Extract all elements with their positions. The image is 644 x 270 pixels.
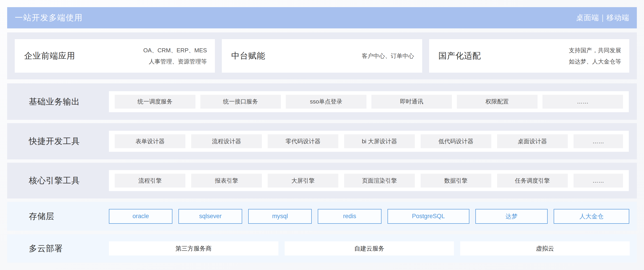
app-card-desc: OA、CRM、ERP、MES 人事管理、资源管理等 bbox=[143, 45, 207, 67]
cloud-deploy-item: 自建云服务 bbox=[285, 242, 454, 256]
app-card-desc: 客户中心、订单中心 bbox=[362, 50, 414, 62]
storage-row: 存储层 oraclesqlsevermysqlredisPostgreSQL达梦… bbox=[7, 202, 637, 231]
cloud-deploy-item: 第三方服务商 bbox=[109, 242, 278, 256]
app-card-desc-line: 支持国产，共同发展 bbox=[569, 45, 621, 56]
engine-chip: 大屏引擎 bbox=[268, 174, 338, 188]
header-banner: 一站开发多端使用 桌面端｜移动端 bbox=[7, 7, 637, 28]
basic-services-label: 基础业务输出 bbox=[7, 96, 109, 107]
tool-chip: 表单设计器 bbox=[115, 134, 185, 148]
storage-database-item: sqlsever bbox=[178, 209, 242, 224]
cloud-label: 多云部署 bbox=[7, 243, 109, 254]
tool-chip: 流程设计器 bbox=[191, 134, 262, 148]
app-card-midplatform: 中台赋能 客户中心、订单中心 bbox=[222, 39, 422, 73]
dev-tools-label: 快捷开发工具 bbox=[7, 136, 109, 147]
engines-row: 核心引擎工具 流程引擎报表引擎大屏引擎页面渲染引擎数据引擎任务调度引擎…… bbox=[7, 163, 637, 198]
service-chip: …… bbox=[542, 95, 623, 109]
dev-tools-panel: 表单设计器流程设计器零代码设计器bi 大屏设计器低代码设计器桌面设计器…… bbox=[109, 131, 629, 152]
app-card-desc: 支持国产，共同发展 如达梦、人大金仓等 bbox=[569, 45, 621, 67]
storage-label: 存储层 bbox=[7, 211, 109, 222]
storage-database-item: oracle bbox=[109, 209, 172, 224]
cloud-list: 第三方服务商自建云服务虚拟云 bbox=[109, 242, 630, 256]
app-card-desc-line: 客户中心、订单中心 bbox=[362, 50, 414, 62]
engine-chip: 数据引擎 bbox=[420, 174, 491, 188]
engine-chip: 任务调度引擎 bbox=[497, 174, 568, 188]
tool-chip: 桌面设计器 bbox=[497, 134, 568, 148]
app-card-frontend: 企业前端应用 OA、CRM、ERP、MES 人事管理、资源管理等 bbox=[15, 39, 215, 73]
tool-chip: bi 大屏设计器 bbox=[344, 134, 415, 148]
cloud-row: 多云部署 第三方服务商自建云服务虚拟云 bbox=[7, 234, 637, 262]
engines-label: 核心引擎工具 bbox=[7, 175, 109, 186]
tool-chip: …… bbox=[574, 134, 623, 148]
basic-services-row: 基础业务输出 统一调度服务统一接口服务sso单点登录即时通讯权限配置…… bbox=[7, 83, 637, 120]
apps-row: 企业前端应用 OA、CRM、ERP、MES 人事管理、资源管理等 中台赋能 客户… bbox=[7, 32, 637, 79]
storage-database-item: mysql bbox=[248, 209, 312, 224]
storage-database-item: 达梦 bbox=[476, 209, 548, 224]
app-card-desc-line: 人事管理、资源管理等 bbox=[143, 56, 207, 67]
engine-chip: 页面渲染引擎 bbox=[344, 174, 415, 188]
engine-chip: 报表引擎 bbox=[191, 174, 262, 188]
banner-platforms-label: 桌面端｜移动端 bbox=[576, 13, 629, 23]
banner-title: 一站开发多端使用 bbox=[15, 12, 83, 23]
app-card-localization: 国产化适配 支持国产，共同发展 如达梦、人大金仓等 bbox=[429, 39, 629, 73]
app-card-title: 中台赋能 bbox=[231, 50, 265, 62]
storage-database-item: redis bbox=[318, 209, 381, 224]
engines-panel: 流程引擎报表引擎大屏引擎页面渲染引擎数据引擎任务调度引擎…… bbox=[109, 170, 629, 191]
app-card-desc-line: OA、CRM、ERP、MES bbox=[143, 45, 207, 56]
app-card-title: 国产化适配 bbox=[438, 50, 481, 62]
app-card-desc-line: 如达梦、人大金仓等 bbox=[569, 56, 621, 67]
service-chip: 即时通讯 bbox=[372, 95, 452, 109]
dev-tools-row: 快捷开发工具 表单设计器流程设计器零代码设计器bi 大屏设计器低代码设计器桌面设… bbox=[7, 123, 637, 159]
service-chip: sso单点登录 bbox=[286, 95, 366, 109]
service-chip: 统一接口服务 bbox=[200, 95, 281, 109]
architecture-diagram: 一站开发多端使用 桌面端｜移动端 企业前端应用 OA、CRM、ERP、MES 人… bbox=[0, 0, 644, 270]
basic-services-panel: 统一调度服务统一接口服务sso单点登录即时通讯权限配置…… bbox=[109, 91, 629, 112]
storage-database-item: 人大金仓 bbox=[554, 209, 629, 224]
cloud-deploy-item: 虚拟云 bbox=[460, 242, 630, 256]
service-chip: 权限配置 bbox=[457, 95, 538, 109]
engine-chip: 流程引擎 bbox=[115, 174, 185, 188]
service-chip: 统一调度服务 bbox=[115, 95, 196, 109]
engine-chip: …… bbox=[574, 174, 623, 188]
storage-database-item: PostgreSQL bbox=[388, 209, 469, 224]
storage-list: oraclesqlsevermysqlredisPostgreSQL达梦人大金仓 bbox=[109, 209, 629, 224]
app-card-title: 企业前端应用 bbox=[24, 50, 75, 62]
diagram-content: 一站开发多端使用 桌面端｜移动端 企业前端应用 OA、CRM、ERP、MES 人… bbox=[7, 7, 637, 262]
tool-chip: 低代码设计器 bbox=[420, 134, 491, 148]
tool-chip: 零代码设计器 bbox=[268, 134, 338, 148]
